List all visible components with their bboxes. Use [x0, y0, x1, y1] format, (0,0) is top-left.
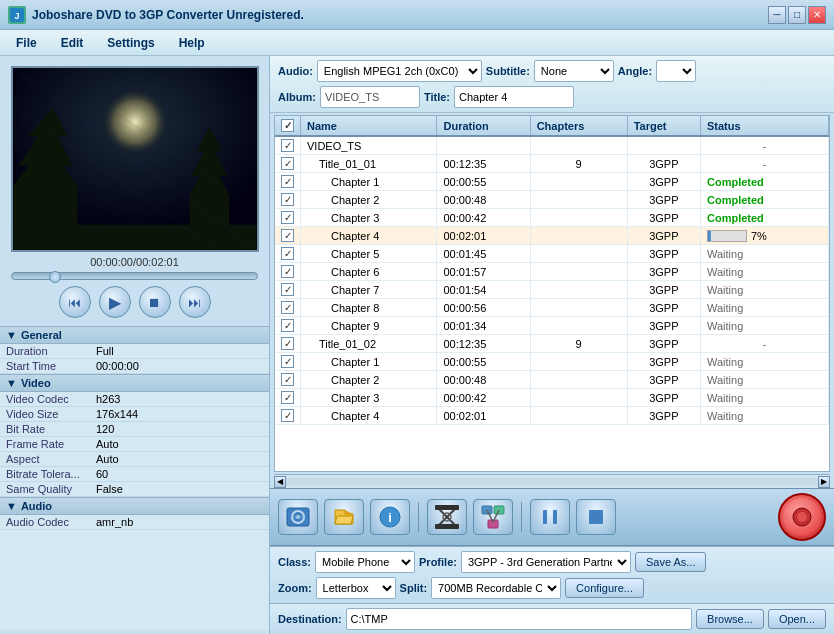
save-as-button[interactable]: Save As...	[635, 552, 707, 572]
fastforward-button[interactable]: ⏭	[179, 286, 211, 318]
hscrollbar[interactable]: ◀ ▶	[274, 474, 830, 488]
table-row[interactable]: Chapter 700:01:543GPPWaiting	[275, 281, 829, 299]
table-row[interactable]: VIDEO_TS-	[275, 136, 829, 155]
table-row[interactable]: Chapter 500:01:453GPPWaiting	[275, 245, 829, 263]
progress-bar-container	[707, 230, 747, 242]
merge-icon	[480, 504, 506, 530]
row-name: Chapter 2	[301, 371, 437, 389]
audio-select[interactable]: English MPEG1 2ch (0xC0)	[317, 60, 482, 82]
row-name: Chapter 2	[301, 191, 437, 209]
table-row[interactable]: Chapter 300:00:423GPPWaiting	[275, 389, 829, 407]
row-checkbox[interactable]	[281, 337, 294, 350]
row-checkbox[interactable]	[281, 283, 294, 296]
row-name: Chapter 8	[301, 299, 437, 317]
row-checkbox[interactable]	[281, 373, 294, 386]
row-chapters	[530, 389, 627, 407]
open-destination-button[interactable]: Open...	[768, 609, 826, 629]
open-dvd-button[interactable]	[278, 499, 318, 535]
seekbar-thumb[interactable]	[49, 271, 61, 283]
row-status: -	[700, 136, 828, 155]
general-section-header[interactable]: ▼ General	[0, 326, 269, 344]
row-chapters	[530, 353, 627, 371]
select-all-checkbox[interactable]	[281, 119, 294, 132]
row-checkbox[interactable]	[281, 265, 294, 278]
svg-point-28	[797, 512, 807, 522]
table-row[interactable]: Chapter 200:00:483GPPCompleted	[275, 191, 829, 209]
menu-settings[interactable]: Settings	[95, 33, 166, 53]
table-row[interactable]: Chapter 900:01:343GPPWaiting	[275, 317, 829, 335]
table-row[interactable]: Chapter 300:00:423GPPCompleted	[275, 209, 829, 227]
hscroll-left[interactable]: ◀	[274, 476, 286, 488]
browse-button[interactable]: Browse...	[696, 609, 764, 629]
row-checkbox[interactable]	[281, 175, 294, 188]
video-preview	[11, 66, 259, 252]
table-row[interactable]: Chapter 400:02:013GPP7%	[275, 227, 829, 245]
profile-select[interactable]: 3GPP - 3rd Generation Partnership	[461, 551, 631, 573]
info-button[interactable]: i	[370, 499, 410, 535]
row-checkbox[interactable]	[281, 139, 294, 152]
table-row[interactable]: Chapter 600:01:573GPPWaiting	[275, 263, 829, 281]
clip-button[interactable]	[427, 499, 467, 535]
table-row[interactable]: Chapter 400:02:013GPPWaiting	[275, 407, 829, 425]
row-name: VIDEO_TS	[301, 136, 437, 155]
play-button[interactable]: ▶	[99, 286, 131, 318]
maximize-button[interactable]: □	[788, 6, 806, 24]
angle-select[interactable]	[656, 60, 696, 82]
table-row[interactable]: Chapter 100:00:553GPPCompleted	[275, 173, 829, 191]
row-checkbox[interactable]	[281, 301, 294, 314]
class-group: Class: Mobile Phone	[278, 551, 415, 573]
toolbar: i	[270, 488, 834, 546]
title-input[interactable]	[454, 86, 574, 108]
col-check	[275, 116, 301, 136]
subtitle-control-group: Subtitle: None	[486, 60, 614, 82]
row-duration: 00:01:57	[437, 263, 530, 281]
row-checkbox[interactable]	[281, 193, 294, 206]
video-section-header[interactable]: ▼ Video	[0, 374, 269, 392]
seekbar-container[interactable]	[11, 272, 258, 280]
close-button[interactable]: ✕	[808, 6, 826, 24]
row-checkbox[interactable]	[281, 409, 294, 422]
album-input[interactable]	[320, 86, 420, 108]
row-checkbox[interactable]	[281, 157, 294, 170]
video-arrow: ▼	[6, 377, 17, 389]
minimize-button[interactable]: ─	[768, 6, 786, 24]
row-checkbox[interactable]	[281, 391, 294, 404]
table-row[interactable]: Title_01_0200:12:3593GPP-	[275, 335, 829, 353]
dvd-icon	[285, 504, 311, 530]
row-status: 7%	[700, 227, 828, 245]
seekbar[interactable]	[11, 272, 258, 280]
audio-section-header[interactable]: ▼ Audio	[0, 497, 269, 515]
row-checkbox[interactable]	[281, 355, 294, 368]
row-status: Completed	[700, 191, 828, 209]
convert-icon	[790, 505, 814, 529]
menu-help[interactable]: Help	[167, 33, 217, 53]
file-list-scroll[interactable]: Name Duration Chapters Target Status VID…	[275, 116, 829, 471]
pause-button[interactable]	[530, 499, 570, 535]
row-duration: 00:12:35	[437, 335, 530, 353]
hscroll-right[interactable]: ▶	[818, 476, 830, 488]
stop-convert-button[interactable]	[576, 499, 616, 535]
rewind-button[interactable]: ⏮	[59, 286, 91, 318]
progress-bar-fill	[708, 231, 711, 241]
row-checkbox[interactable]	[281, 211, 294, 224]
convert-button[interactable]	[778, 493, 826, 541]
split-select[interactable]: 700MB Recordable CD	[431, 577, 561, 599]
table-row[interactable]: Chapter 200:00:483GPPWaiting	[275, 371, 829, 389]
row-checkbox[interactable]	[281, 319, 294, 332]
table-row[interactable]: Chapter 800:00:563GPPWaiting	[275, 299, 829, 317]
class-select[interactable]: Mobile Phone	[315, 551, 415, 573]
menu-file[interactable]: File	[4, 33, 49, 53]
menu-edit[interactable]: Edit	[49, 33, 96, 53]
zoom-select[interactable]: Letterbox	[316, 577, 396, 599]
window-controls: ─ □ ✕	[768, 6, 826, 24]
subtitle-select[interactable]: None	[534, 60, 614, 82]
destination-input[interactable]	[346, 608, 693, 630]
merge-button[interactable]	[473, 499, 513, 535]
table-row[interactable]: Chapter 100:00:553GPPWaiting	[275, 353, 829, 371]
table-row[interactable]: Title_01_0100:12:3593GPP-	[275, 155, 829, 173]
stop-button[interactable]: ⏹	[139, 286, 171, 318]
open-file-button[interactable]	[324, 499, 364, 535]
row-checkbox[interactable]	[281, 247, 294, 260]
configure-button[interactable]: Configure...	[565, 578, 644, 598]
row-checkbox[interactable]	[281, 229, 294, 242]
